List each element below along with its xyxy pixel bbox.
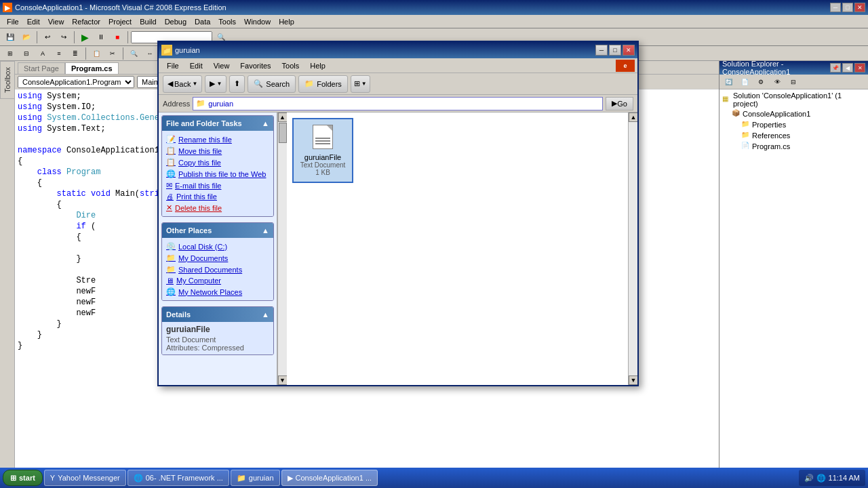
ide-close-button[interactable]: ✕: [854, 3, 865, 12]
guruian-folder-label: guruian: [249, 474, 274, 482]
menu-edit[interactable]: Edit: [23, 16, 44, 27]
se-refresh-btn[interactable]: 🔄: [721, 75, 736, 89]
exp-back-btn[interactable]: ◀ Back ▼: [163, 75, 202, 93]
exp-menu-view[interactable]: View: [208, 60, 235, 71]
cs-file-icon: 📄: [741, 142, 751, 151]
exp-main-scrollbar[interactable]: ▲ ▼: [628, 113, 637, 385]
ide-minimize-button[interactable]: ─: [830, 3, 841, 12]
tb2-btn9[interactable]: ↔: [142, 47, 157, 60]
my-documents-item[interactable]: 📁 My Documents: [166, 252, 269, 264]
tb2-btn8[interactable]: 🔍: [126, 47, 141, 60]
sidebar-scroll-track[interactable]: [278, 122, 288, 375]
copy-file-item[interactable]: 📋 Copy this file: [166, 157, 269, 168]
toolbar-pause[interactable]: ⏸: [94, 30, 108, 44]
exp-menu-help[interactable]: Help: [304, 60, 331, 71]
exp-search-btn[interactable]: 🔍 Search: [248, 75, 296, 93]
exp-go-btn[interactable]: ▶ Go: [606, 97, 633, 110]
toolbox-tab[interactable]: Toolbox: [0, 61, 15, 99]
menu-file[interactable]: File: [3, 16, 23, 27]
menu-view[interactable]: View: [44, 16, 68, 27]
toolbar-undo[interactable]: ↩: [40, 30, 55, 44]
my-network-places-item[interactable]: 🌐 My Network Places: [166, 286, 269, 298]
delete-file-item[interactable]: ✕ Delete this file: [166, 202, 269, 214]
exp-up-btn[interactable]: ⬆: [229, 75, 245, 93]
file-item-guruianfile[interactable]: guruianFile Text Document 1 KB: [292, 118, 353, 183]
exp-views-btn[interactable]: ⊞ ▼: [351, 75, 370, 93]
sidebar-scroll-down[interactable]: ▼: [278, 375, 288, 385]
toolbar-stop[interactable]: ■: [110, 30, 125, 44]
exp-menu-edit[interactable]: Edit: [184, 60, 208, 71]
se-show-all-btn[interactable]: 📄: [737, 75, 752, 89]
local-disk-item[interactable]: 💿 Local Disk (C:): [166, 241, 269, 252]
start-button[interactable]: ⊞ start: [3, 470, 43, 486]
exp-minimize-btn[interactable]: ─: [595, 45, 608, 56]
se-item-references[interactable]: 📁 References: [721, 130, 867, 141]
publish-file-item[interactable]: 🌐 Publish this file to the Web: [166, 168, 269, 180]
menu-tools[interactable]: Tools: [214, 16, 240, 27]
rename-file-item[interactable]: 📝 Rename this file: [166, 134, 269, 145]
tab-program-cs[interactable]: Program.cs: [65, 62, 119, 74]
exp-folders-btn[interactable]: 📁 Folders: [298, 75, 348, 93]
tb2-btn7[interactable]: ✂: [105, 47, 120, 60]
se-item-project[interactable]: 📦 ConsoleApplication1: [721, 108, 867, 119]
toolbar-start[interactable]: ▶: [77, 30, 92, 44]
taskbar-guruian-folder[interactable]: 📁 guruian: [231, 470, 280, 486]
exp-forward-btn[interactable]: ▶ ▼: [205, 75, 226, 93]
toolbar-btn-2[interactable]: 📂: [19, 30, 34, 44]
shared-documents-item[interactable]: 📁 Shared Documents: [166, 264, 269, 275]
taskbar-dotnet[interactable]: 🌐 06- .NET Framework ...: [127, 470, 229, 486]
se-item-program-cs[interactable]: 📄 Program.cs: [721, 141, 867, 152]
my-computer-item[interactable]: 🖥 My Computer: [166, 275, 269, 286]
file-name: guruianFile: [304, 153, 341, 161]
se-arrow-button[interactable]: ◀: [842, 63, 853, 73]
exp-menu-favorites[interactable]: Favorites: [235, 60, 276, 71]
se-pin-button[interactable]: 📌: [830, 63, 841, 73]
go-label: Go: [617, 100, 627, 108]
main-scroll-down[interactable]: ▼: [629, 375, 637, 385]
taskbar-yahoo-messenger[interactable]: Y Yahoo! Messenger: [44, 470, 126, 486]
tb2-btn5[interactable]: ≣: [68, 47, 83, 60]
tb2-btn3[interactable]: A: [35, 47, 50, 60]
main-scroll-track[interactable]: [629, 122, 637, 375]
se-item-solution[interactable]: ▦ Solution 'ConsoleApplication1' (1 proj…: [721, 91, 867, 108]
tb2-btn2[interactable]: ⊟: [19, 47, 34, 60]
se-collapse-btn[interactable]: ⊟: [786, 75, 801, 89]
menu-data[interactable]: Data: [191, 16, 214, 27]
file-folder-tasks-header[interactable]: File and Folder Tasks ▲: [162, 116, 273, 131]
toolbar-redo[interactable]: ↪: [56, 30, 71, 44]
menu-window[interactable]: Window: [240, 16, 275, 27]
exp-sidebar-scrollbar[interactable]: ▲ ▼: [277, 113, 287, 385]
se-item-properties[interactable]: 📁 Properties: [721, 119, 867, 130]
email-file-item[interactable]: ✉ E-mail this file: [166, 180, 269, 191]
ide-restore-button[interactable]: □: [842, 3, 853, 12]
exp-title: guruian: [175, 46, 593, 54]
tb2-btn4[interactable]: ≡: [52, 47, 66, 60]
tray-time: 11:14 AM: [829, 474, 860, 482]
exp-close-btn[interactable]: ✕: [623, 45, 635, 56]
menu-help[interactable]: Help: [275, 16, 298, 27]
se-properties-btn[interactable]: ⚙: [753, 75, 768, 89]
address-input[interactable]: 📁 guruian: [193, 97, 603, 110]
exp-menu-file[interactable]: File: [161, 60, 184, 71]
se-view-btn[interactable]: 👁: [770, 75, 785, 89]
other-places-header[interactable]: Other Places ▲: [162, 223, 273, 238]
menu-refactor[interactable]: Refactor: [68, 16, 104, 27]
move-file-item[interactable]: 📋 Move this file: [166, 145, 269, 157]
se-close-button[interactable]: ✕: [854, 63, 865, 73]
exp-restore-btn[interactable]: □: [609, 45, 621, 56]
sidebar-scroll-thumb[interactable]: [279, 123, 287, 143]
details-header[interactable]: Details ▲: [162, 307, 273, 322]
main-scroll-up[interactable]: ▲: [629, 113, 637, 122]
print-file-item[interactable]: 🖨 Print this file: [166, 191, 269, 202]
menu-project[interactable]: Project: [104, 16, 136, 27]
menu-build[interactable]: Build: [136, 16, 160, 27]
menu-debug[interactable]: Debug: [161, 16, 191, 27]
toolbar-btn-1[interactable]: 💾: [3, 30, 18, 44]
exp-menu-tools[interactable]: Tools: [277, 60, 305, 71]
tb2-btn6[interactable]: 📋: [89, 47, 104, 60]
tb2-btn1[interactable]: ⊞: [3, 47, 18, 60]
sidebar-scroll-up[interactable]: ▲: [278, 113, 288, 122]
class-dropdown[interactable]: ConsoleApplication1.Program: [18, 76, 134, 88]
taskbar-vs[interactable]: ▶ ConsoleApplication1 ...: [281, 470, 378, 486]
tab-start-page[interactable]: Start Page: [18, 62, 65, 74]
